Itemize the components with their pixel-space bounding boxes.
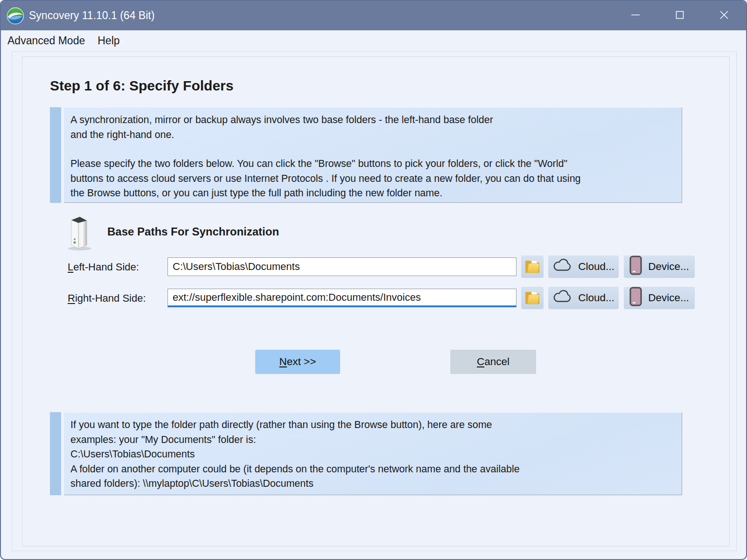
cloud-button-label: Cloud... xyxy=(578,261,614,273)
intro-paragraph-2: Please specify the two folders below. Yo… xyxy=(70,157,673,201)
browse-left-button[interactable] xyxy=(521,256,544,278)
cloud-icon xyxy=(552,290,572,306)
smartphone-icon xyxy=(629,256,642,278)
menubar: Advanced Mode Help xyxy=(1,30,746,51)
external-drive-icon xyxy=(65,214,93,253)
window-controls xyxy=(613,1,746,30)
device-button-label: Device... xyxy=(648,261,689,273)
info-accent-bar xyxy=(50,412,61,495)
folder-icon xyxy=(524,290,541,306)
close-button[interactable] xyxy=(702,1,746,30)
maximize-button[interactable] xyxy=(657,1,702,30)
intro-paragraph-1: A synchronization, mirror or backup alwa… xyxy=(70,113,673,142)
intro-info-box: A synchronization, mirror or backup alwa… xyxy=(64,107,682,203)
window-title: Syncovery 11.10.1 (64 Bit) xyxy=(29,9,154,22)
close-icon xyxy=(719,10,729,21)
info-accent-bar xyxy=(50,107,61,203)
device-right-button[interactable]: Device... xyxy=(624,287,695,309)
cloud-left-button[interactable]: Cloud... xyxy=(548,256,619,278)
minimize-icon xyxy=(630,10,641,21)
examples-info-box: If you want to type the folder path dire… xyxy=(64,412,682,495)
menu-item-advanced-mode[interactable]: Advanced Mode xyxy=(7,35,85,47)
device-button-label: Device... xyxy=(648,292,689,304)
folder-icon xyxy=(524,259,541,275)
cloud-right-button[interactable]: Cloud... xyxy=(548,287,619,309)
left-hand-side-label: Left-Hand Side: xyxy=(68,261,139,273)
cloud-button-label: Cloud... xyxy=(578,292,614,304)
menu-item-help[interactable]: Help xyxy=(98,35,119,47)
device-left-button[interactable]: Device... xyxy=(624,256,695,278)
left-path-input[interactable] xyxy=(168,257,517,276)
syncovery-logo-icon xyxy=(7,7,24,25)
section-title: Base Paths For Synchronization xyxy=(107,225,279,238)
right-hand-side-label: Right-Hand Side: xyxy=(68,292,146,304)
cancel-button[interactable]: Cancel xyxy=(450,350,536,374)
titlebar: Syncovery 11.10.1 (64 Bit) xyxy=(1,1,746,30)
examples-text: If you want to type the folder path dire… xyxy=(70,418,673,491)
minimize-button[interactable] xyxy=(613,1,657,30)
page-title: Step 1 of 6: Specify Folders xyxy=(50,78,233,94)
browse-right-button[interactable] xyxy=(521,287,544,309)
app-window: Syncovery 11.10.1 (64 Bit) xyxy=(0,0,747,560)
maximize-icon xyxy=(675,10,685,21)
smartphone-icon xyxy=(629,287,642,309)
cloud-icon xyxy=(552,259,572,275)
right-path-input[interactable] xyxy=(168,289,517,307)
next-button[interactable]: Next >> xyxy=(255,350,340,374)
